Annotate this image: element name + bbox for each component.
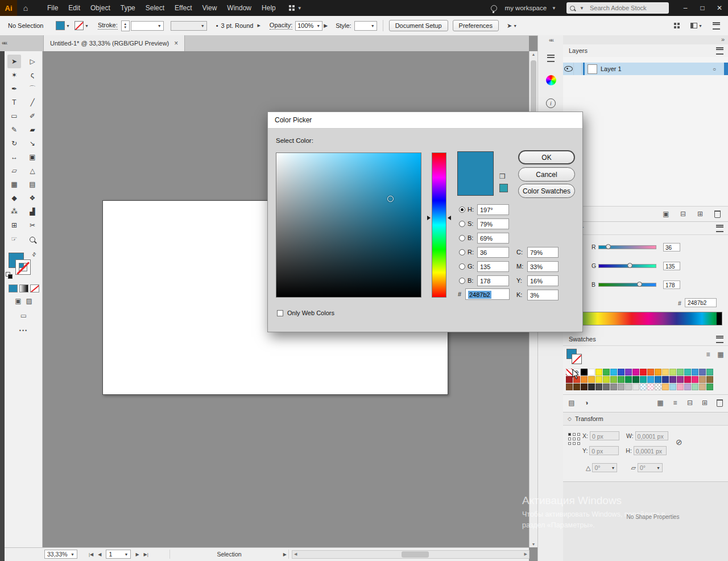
- out-of-web-gamut-icon[interactable]: ❒: [499, 172, 506, 180]
- tool-rotate[interactable]: ↻: [7, 137, 21, 150]
- panel-toggle-icon[interactable]: ▼: [690, 23, 702, 28]
- swatch[interactable]: [588, 369, 595, 376]
- stroke-weight-label[interactable]: Stroke:: [98, 22, 118, 30]
- tool-mesh[interactable]: ▦: [7, 178, 21, 191]
- green-slider[interactable]: [598, 264, 656, 268]
- spectrum-black-cap[interactable]: [717, 312, 722, 325]
- swatch[interactable]: [647, 369, 654, 376]
- document-setup-button[interactable]: Document Setup: [389, 20, 448, 31]
- scroll-right-icon[interactable]: ▶: [524, 552, 527, 556]
- tool-gradient[interactable]: ▤: [26, 178, 39, 191]
- b-field[interactable]: 69%: [477, 233, 509, 244]
- swatch[interactable]: [662, 369, 669, 376]
- tool-rectangle[interactable]: ▭: [7, 109, 21, 123]
- swatch[interactable]: [684, 383, 691, 390]
- r-radio[interactable]: [459, 249, 465, 255]
- green-slider-thumb[interactable]: [627, 263, 632, 268]
- swatch[interactable]: [566, 369, 573, 376]
- opacity-label[interactable]: Opacity:: [270, 22, 292, 30]
- y-field[interactable]: 0 px: [589, 446, 619, 455]
- swatch[interactable]: [684, 376, 691, 383]
- tool-eyedropper[interactable]: ◆: [7, 191, 21, 205]
- swatch[interactable]: [595, 376, 602, 383]
- stock-search[interactable]: ▼: [566, 2, 669, 14]
- status-menu-icon[interactable]: ▶: [283, 552, 287, 557]
- h-radio[interactable]: [459, 207, 465, 213]
- swatch[interactable]: [566, 376, 573, 383]
- blue-slider-thumb[interactable]: [637, 282, 642, 287]
- collapsed-panel-menu-icon[interactable]: [538, 55, 564, 62]
- swatch[interactable]: [655, 383, 661, 390]
- swatch[interactable]: [706, 383, 713, 390]
- tool-perspective-grid[interactable]: △: [26, 164, 39, 178]
- menu-object[interactable]: Object: [85, 0, 115, 16]
- swatch[interactable]: [625, 376, 632, 383]
- layer-thumbnail[interactable]: [588, 64, 597, 74]
- swatch[interactable]: [618, 369, 624, 376]
- tool-symbol-sprayer[interactable]: ⁂: [7, 205, 21, 218]
- green-value-field[interactable]: 135: [663, 262, 680, 270]
- zoom-level-combo[interactable]: 33,33% ▼: [44, 550, 77, 559]
- draw-behind-icon[interactable]: ▨: [26, 297, 32, 305]
- tool-selection[interactable]: ➤: [7, 55, 21, 68]
- swatch[interactable]: [640, 369, 647, 376]
- menu-edit[interactable]: Edit: [63, 0, 85, 16]
- swatch[interactable]: [692, 383, 698, 390]
- b2-radio[interactable]: [459, 278, 465, 284]
- layer-row[interactable]: Layer 1 ○: [563, 63, 728, 75]
- swatch[interactable]: [581, 383, 588, 390]
- menu-window[interactable]: Window: [222, 0, 257, 16]
- search-input[interactable]: [589, 4, 659, 12]
- rotate-combo[interactable]: 0°▼: [592, 463, 617, 472]
- r-field[interactable]: 36: [477, 247, 509, 258]
- maximize-button[interactable]: □: [694, 0, 711, 16]
- swatch[interactable]: [588, 383, 595, 390]
- search-scope-chevron-icon[interactable]: ▼: [580, 6, 584, 11]
- swatch[interactable]: [677, 383, 684, 390]
- swatch[interactable]: [603, 383, 610, 390]
- swatch[interactable]: [632, 383, 639, 390]
- swatch[interactable]: [625, 369, 632, 376]
- h-field[interactable]: 197°: [477, 204, 509, 215]
- swatch-options-icon[interactable]: ≡: [671, 398, 679, 407]
- tool-direct-selection[interactable]: ▷: [26, 55, 39, 68]
- layer-target-icon[interactable]: ○: [713, 66, 716, 72]
- show-swatch-kinds-icon[interactable]: ▦: [656, 398, 664, 407]
- dialog-titlebar[interactable]: Color Picker: [268, 112, 582, 129]
- default-fill-stroke-icon[interactable]: [6, 272, 13, 279]
- swatches-panel-menu-icon[interactable]: [716, 336, 723, 343]
- next-artboard-icon[interactable]: ▶: [135, 552, 139, 557]
- tool-blend[interactable]: ❖: [26, 191, 39, 205]
- color-panel-menu-icon[interactable]: [716, 225, 723, 232]
- minimize-button[interactable]: –: [677, 0, 694, 16]
- swatch[interactable]: [677, 369, 684, 376]
- discover-lightbulb-icon[interactable]: [491, 5, 497, 11]
- opacity-panel-chevron-icon[interactable]: ▶: [324, 23, 328, 28]
- swatch[interactable]: [699, 369, 706, 376]
- swatch[interactable]: [603, 376, 610, 383]
- swatch[interactable]: [647, 383, 654, 390]
- layer-selected-indicator[interactable]: [724, 63, 728, 75]
- swatch[interactable]: [655, 369, 661, 376]
- color-field[interactable]: [276, 152, 421, 298]
- s-radio[interactable]: [459, 221, 465, 227]
- fill-color-dropdown[interactable]: ▼: [56, 21, 70, 30]
- swatch[interactable]: [610, 383, 617, 390]
- artboard-number-combo[interactable]: 1 ▼: [106, 550, 131, 559]
- style-combo[interactable]: ▼: [354, 21, 377, 31]
- fill-color-swatch[interactable]: [56, 21, 65, 30]
- tool-curvature[interactable]: ⌒: [26, 82, 39, 96]
- tab-swatches[interactable]: Swatches: [563, 336, 602, 343]
- hex-field[interactable]: 2487b2: [465, 288, 510, 300]
- grid-view-icon[interactable]: ▦: [717, 350, 725, 359]
- red-slider-thumb[interactable]: [606, 244, 611, 249]
- swatch[interactable]: [595, 383, 602, 390]
- tool-zoom[interactable]: [26, 232, 39, 246]
- edit-toolbar-icon[interactable]: •••: [5, 328, 43, 333]
- swatch[interactable]: [692, 376, 698, 383]
- stroke-indicator[interactable]: [16, 260, 30, 274]
- close-button[interactable]: ✕: [711, 0, 728, 16]
- swatch[interactable]: [566, 383, 573, 390]
- collapse-dock-chevron-icon[interactable]: »: [721, 36, 723, 43]
- menu-effect[interactable]: Effect: [169, 0, 197, 16]
